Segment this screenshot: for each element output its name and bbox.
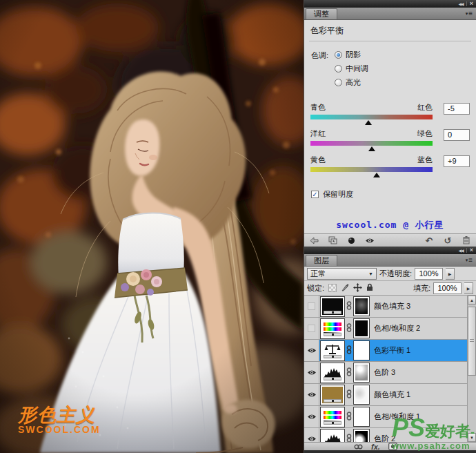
slider-right-label: 绿色 [417,128,433,139]
tone-option-label: 阴影 [346,50,361,60]
layer-thumbnail[interactable] [321,430,344,443]
mask-link-icon [346,412,352,422]
tone-option-shadows[interactable]: 阴影 [335,50,368,60]
watermark-swcool: 形色主义 SWCOOL.COM [18,405,101,435]
layers-group-header: ◀◀ × [304,247,476,254]
tab-adjustments[interactable]: 调整 [306,8,337,19]
tone-option-label: 中间调 [346,64,368,74]
visibility-toggle[interactable] [304,428,319,442]
color-balance-sliders: 青色 红色 -5 洋红 绿色 0 [309,102,471,172]
tone-option-highlights[interactable]: 高光 [335,77,368,88]
layer-mask-thumbnail[interactable] [354,341,369,360]
slider-track[interactable] [310,115,433,119]
layer-mask-thumbnail[interactable] [354,385,369,404]
visibility-toggle[interactable] [304,362,319,383]
slider-track[interactable] [310,167,433,172]
layer-visibility-icon[interactable] [365,235,375,245]
header-divider [466,1,467,6]
layer-thumbnail[interactable] [321,407,344,427]
layers-panel-menu-icon[interactable]: ▾ ≡ [466,256,473,264]
tone-option-midtones[interactable]: 中间调 [335,64,368,74]
mask-link-icon [346,323,352,334]
lock-pixels-brush-icon[interactable] [341,283,349,293]
menu-list-icon: ≡ [468,256,473,264]
view-previous-state-icon[interactable]: ↶ [424,235,434,245]
layer-row-levels-3[interactable]: 色阶 3 [304,362,467,384]
tab-layers[interactable]: 图层 [306,255,337,266]
panel-column: ◀◀ × 调整 ▾ ≡ 色彩平衡 色调: 阴影 [304,0,476,453]
visibility-toggle[interactable] [304,384,319,405]
layer-mask-thumbnail[interactable] [354,430,369,442]
layer-mask-thumbnail[interactable] [354,363,369,382]
radio-highlights[interactable] [335,79,342,86]
layer-thumbnail[interactable] [321,363,344,383]
dropdown-arrow-icon: ▼ [368,271,373,276]
visibility-toggle[interactable] [304,296,319,317]
document-canvas-photo: 形色主义 SWCOOL.COM [0,0,304,453]
mask-link-icon [346,367,352,378]
scrollbar-thumb[interactable] [468,307,476,376]
lock-transparency-icon[interactable] [328,284,337,292]
radio-midtones[interactable] [335,65,342,73]
lock-position-icon[interactable] [353,283,362,293]
close-panel-icon[interactable]: × [470,247,473,253]
close-panel-icon[interactable]: × [470,1,473,7]
scroll-up-arrow[interactable]: ▲ [468,296,476,305]
slider-left-label: 青色 [310,102,326,113]
slider-value-input[interactable]: +9 [444,155,470,167]
slider-left-label: 黄色 [310,155,326,165]
slider-track[interactable] [310,141,433,146]
layer-row-color-balance-1[interactable]: 色彩平衡 1 [304,340,467,362]
blend-mode-dropdown[interactable]: 正常 ▼ [307,268,377,280]
clip-to-layer-icon[interactable] [346,235,356,245]
layer-thumbnail[interactable] [321,385,344,405]
opacity-value-input[interactable]: 100% [415,268,443,280]
visibility-toggle[interactable] [304,406,319,427]
layer-thumbnail[interactable] [321,319,344,338]
layer-row-color-fill-1[interactable]: 颜色填充 1 [304,384,467,406]
layers-tabbar: 图层 ▾ ≡ [304,254,476,267]
layer-style-fx-icon[interactable]: fx. [371,443,380,451]
layer-name: 色彩平衡 1 [374,345,410,356]
slider-thumb[interactable] [368,146,375,151]
link-layers-icon[interactable] [354,444,363,450]
slider-thumb[interactable] [365,120,372,125]
reset-adjustment-icon[interactable]: ↺ [443,235,453,245]
fill-label: 填充: [413,283,430,293]
fill-value-input[interactable]: 100% [433,282,462,294]
return-to-list-icon[interactable] [309,235,319,245]
preserve-luminosity-checkbox[interactable]: ✓ [311,191,319,198]
fill-spinner-arrow[interactable]: ▶ [464,282,473,294]
layer-name: 色阶 3 [374,367,395,378]
lock-all-icon[interactable] [366,283,373,293]
adjustments-panel-menu-icon[interactable]: ▾ ≡ [466,10,473,17]
layer-thumbnail[interactable] [321,297,344,316]
slider-thumb[interactable] [373,173,380,177]
menu-list-icon: ≡ [468,10,473,17]
layer-row-color-fill-3[interactable]: 颜色填充 3 [304,296,467,318]
layer-row-hue-sat-2[interactable]: 色相/饱和度 2 [304,318,467,340]
watermark-psahz-url: www.psahz.com [392,441,475,450]
layer-thumbnail[interactable] [321,341,344,360]
watermark-psahz-text: 爱好者 [425,423,470,440]
switch-panel-view-icon[interactable] [328,235,337,245]
adjustments-group-header: ◀◀ × [304,0,476,8]
eye-hidden-well [308,302,315,310]
layer-mask-thumbnail[interactable] [354,297,369,316]
collapse-panel-icon[interactable]: ◀◀ [459,1,464,6]
blend-controls-row: 正常 ▼ 不透明度: 100% ▶ [304,267,476,281]
eye-icon [307,369,317,376]
slider-value-input[interactable]: -5 [444,103,470,115]
visibility-toggle[interactable] [304,340,319,361]
delete-adjustment-icon[interactable] [462,235,471,245]
color-balance-panel: 色彩平衡 色调: 阴影 中间调 高光 [304,20,476,233]
radio-shadows[interactable] [335,51,342,59]
layer-mask-thumbnail[interactable] [354,319,369,338]
slider-left-label: 洋红 [310,128,326,139]
visibility-toggle[interactable] [304,318,319,339]
opacity-spinner-arrow[interactable]: ▶ [446,268,455,280]
layer-mask-thumbnail[interactable] [354,407,369,426]
collapse-panel-icon[interactable]: ◀◀ [459,248,464,253]
slider-value-input[interactable]: 0 [444,129,470,141]
preserve-luminosity-option[interactable]: ✓ 保留明度 [311,189,471,200]
